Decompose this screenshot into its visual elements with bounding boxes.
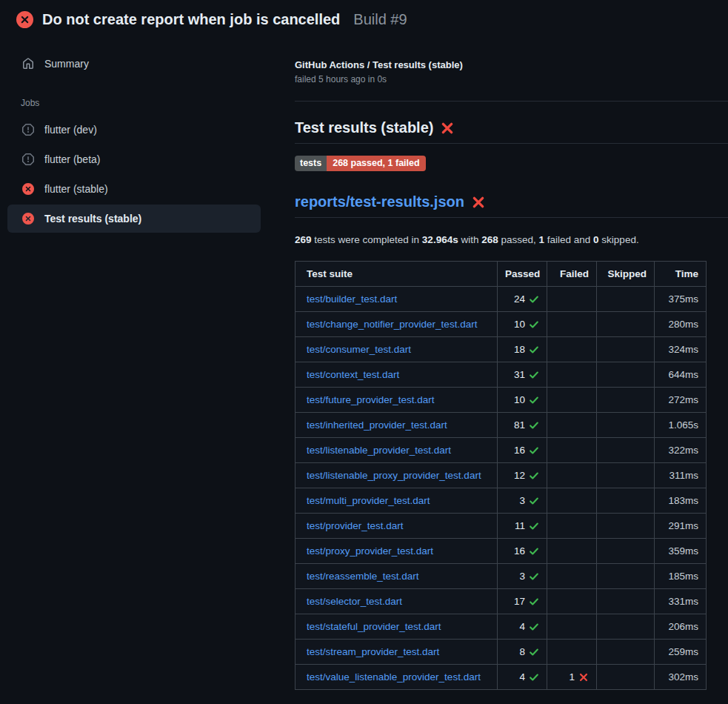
passed-count: 10 xyxy=(514,319,525,330)
section-heading-text: Test results (stable) xyxy=(295,119,433,136)
sidebar-item-job-1[interactable]: flutter (beta) xyxy=(7,145,261,173)
summary-part: failed and xyxy=(544,234,593,245)
home-icon xyxy=(22,58,34,70)
summary-part: 268 xyxy=(481,234,498,245)
passed-count: 17 xyxy=(514,596,525,607)
x-circle-icon xyxy=(22,183,34,195)
time-cell: 291ms xyxy=(655,514,707,539)
test-results-table: Test suitePassedFailedSkippedTime test/b… xyxy=(295,261,707,690)
test-suite-link[interactable]: test/multi_provider_test.dart xyxy=(307,495,430,506)
test-suite-link[interactable]: test/value_listenable_provider_test.dart xyxy=(307,671,481,683)
test-suite-link[interactable]: test/change_notifier_provider_test.dart xyxy=(307,319,477,330)
failed-cell xyxy=(547,640,597,665)
passed-cell: 24 xyxy=(498,287,547,312)
test-suite-link[interactable]: test/stateful_provider_test.dart xyxy=(307,621,441,632)
check-icon xyxy=(529,521,539,531)
x-icon xyxy=(578,672,589,683)
skipped-cell xyxy=(597,589,655,614)
sidebar-summary-label: Summary xyxy=(44,58,89,70)
passed-cell: 10 xyxy=(498,312,547,337)
test-suite-link[interactable]: test/reassemble_test.dart xyxy=(307,571,419,582)
test-suite-cell: test/builder_test.dart xyxy=(295,287,498,312)
test-suite-link[interactable]: test/listenable_provider_test.dart xyxy=(307,445,451,456)
skipped-cell xyxy=(597,287,655,312)
failed-cell xyxy=(547,614,597,640)
sidebar-item-job-0[interactable]: flutter (dev) xyxy=(7,116,261,144)
test-suite-link[interactable]: test/listenable_proxy_provider_test.dart xyxy=(307,470,481,481)
column-header-test-suite: Test suite xyxy=(295,262,498,287)
summary-part: 269 xyxy=(295,234,312,245)
check-icon xyxy=(529,445,539,456)
time-cell: 375ms xyxy=(655,287,707,312)
run-header: Do not create report when job is cancell… xyxy=(0,0,728,37)
failed-cell xyxy=(547,388,597,413)
column-header-failed: Failed xyxy=(547,262,597,287)
check-icon xyxy=(529,471,539,481)
test-suite-cell: test/stateful_provider_test.dart xyxy=(295,614,498,640)
failed-cell xyxy=(547,539,597,564)
passed-count: 16 xyxy=(514,545,525,557)
badge-label: tests xyxy=(295,156,327,171)
passed-count: 3 xyxy=(519,571,525,582)
skipped-cell xyxy=(597,362,655,388)
stop-icon xyxy=(22,124,34,136)
job-label: flutter (stable) xyxy=(44,183,108,195)
failed-cell xyxy=(547,438,597,463)
test-suite-link[interactable]: test/consumer_test.dart xyxy=(307,344,411,355)
check-icon xyxy=(529,420,539,431)
test-suite-cell: test/listenable_proxy_provider_test.dart xyxy=(295,463,498,488)
test-suite-link[interactable]: test/proxy_provider_test.dart xyxy=(307,545,433,557)
failed-cell xyxy=(547,362,597,388)
failed-cell xyxy=(547,564,597,589)
check-icon xyxy=(529,597,539,607)
test-suite-link[interactable]: test/stream_provider_test.dart xyxy=(307,646,439,657)
test-suite-link[interactable]: test/inherited_provider_test.dart xyxy=(307,419,447,431)
test-suite-link[interactable]: test/selector_test.dart xyxy=(307,596,402,607)
passed-cell: 18 xyxy=(498,337,547,362)
passed-cell: 16 xyxy=(498,438,547,463)
test-suite-cell: test/selector_test.dart xyxy=(295,589,498,614)
passed-cell: 4 xyxy=(498,665,547,690)
test-suite-link[interactable]: test/context_test.dart xyxy=(307,369,399,380)
skipped-cell xyxy=(597,438,655,463)
table-row: test/builder_test.dart24375ms xyxy=(295,287,707,312)
test-suite-cell: test/change_notifier_provider_test.dart xyxy=(295,312,498,337)
table-row: test/provider_test.dart11291ms xyxy=(295,514,707,539)
report-file-link[interactable]: reports/test-results.json xyxy=(295,193,464,210)
passed-cell: 3 xyxy=(498,488,547,514)
test-suite-cell: test/provider_test.dart xyxy=(295,514,498,539)
passed-cell: 31 xyxy=(498,362,547,388)
failed-cell xyxy=(547,413,597,438)
test-suite-link[interactable]: test/future_provider_test.dart xyxy=(307,394,435,405)
skipped-cell xyxy=(597,614,655,640)
passed-cell: 4 xyxy=(498,614,547,640)
failed-cell xyxy=(547,337,597,362)
sidebar: Summary Jobs flutter (dev)flutter (beta)… xyxy=(0,37,281,234)
sidebar-item-summary[interactable]: Summary xyxy=(7,50,261,77)
table-row: test/future_provider_test.dart10272ms xyxy=(295,388,707,413)
check-icon xyxy=(529,622,539,632)
column-header-time: Time xyxy=(655,262,707,287)
passed-count: 11 xyxy=(515,520,525,531)
test-suite-link[interactable]: test/builder_test.dart xyxy=(307,293,397,305)
passed-cell: 11 xyxy=(498,514,547,539)
passed-count: 18 xyxy=(514,344,525,355)
time-cell: 1.065s xyxy=(655,413,707,438)
stop-icon xyxy=(22,153,34,165)
sidebar-item-job-3[interactable]: Test results (stable) xyxy=(7,205,261,233)
job-label: flutter (dev) xyxy=(44,124,97,136)
test-suite-link[interactable]: test/provider_test.dart xyxy=(307,520,404,531)
passed-cell: 81 xyxy=(498,413,547,438)
passed-cell: 12 xyxy=(498,463,547,488)
time-cell: 280ms xyxy=(655,312,707,337)
time-cell: 644ms xyxy=(655,362,707,388)
sidebar-item-job-2[interactable]: flutter (stable) xyxy=(7,175,261,203)
failed-count: 1 xyxy=(569,671,575,683)
time-cell: 183ms xyxy=(655,488,707,514)
divider xyxy=(295,101,728,102)
failed-cell xyxy=(547,463,597,488)
breadcrumb: GitHub Actions / Test results (stable) xyxy=(295,59,728,70)
tests-badge[interactable]: tests 268 passed, 1 failed xyxy=(295,156,426,171)
x-circle-icon xyxy=(16,11,33,28)
passed-count: 3 xyxy=(519,495,525,506)
